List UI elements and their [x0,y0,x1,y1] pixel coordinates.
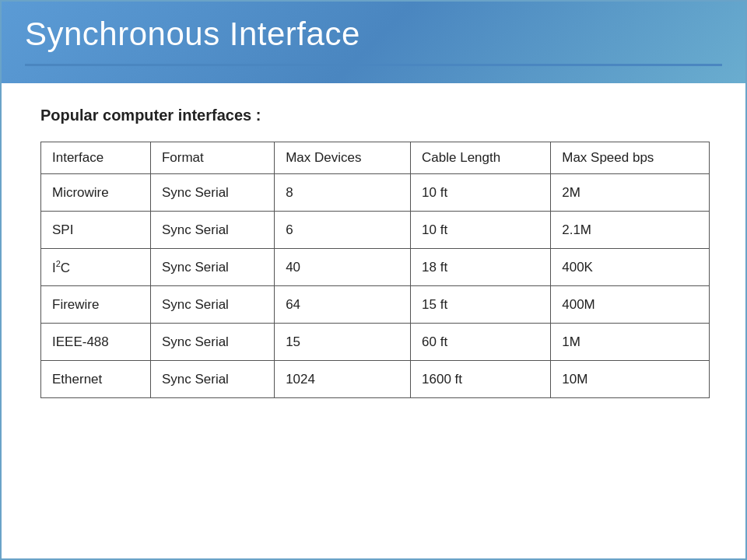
col-header-format: Format [150,142,274,174]
table-cell: 15 [275,324,411,361]
table-cell: 10 ft [411,212,551,249]
table-cell: 8 [275,174,411,212]
table-cell: 64 [275,286,411,324]
table-row: EthernetSync Serial10241600 ft10M [41,361,710,398]
slide: Synchronous Interface Popular computer i… [0,0,747,560]
table-cell: I2C [41,249,151,286]
table-cell: 1024 [275,361,411,398]
table-cell: 2M [551,174,710,212]
col-header-max-devices: Max Devices [275,142,411,174]
table-cell: 400M [551,286,710,324]
content-area: Popular computer interfaces : Interface … [2,83,745,422]
table-cell: 15 ft [411,286,551,324]
table-cell: Ethernet [41,361,151,398]
table-cell: 40 [275,249,411,286]
table-cell: Sync Serial [150,361,274,398]
table-cell: 18 ft [411,249,551,286]
table-cell: 400K [551,249,710,286]
table-header-row: Interface Format Max Devices Cable Lengt… [41,142,710,174]
header-bar: Synchronous Interface [2,2,745,83]
table-cell: 10M [551,361,710,398]
table-cell: 2.1M [551,212,710,249]
table-cell: Sync Serial [150,212,274,249]
table-cell: Sync Serial [150,174,274,212]
table-cell: Firewire [41,286,151,324]
table-cell: Sync Serial [150,286,274,324]
table-cell: 60 ft [411,324,551,361]
slide-title: Synchronous Interface [25,16,722,53]
table-row: MicrowireSync Serial810 ft2M [41,174,710,212]
table-row: FirewireSync Serial6415 ft400M [41,286,710,324]
table-cell: SPI [41,212,151,249]
col-header-cable-length: Cable Length [411,142,551,174]
table-cell: IEEE-488 [41,324,151,361]
table-cell: 1M [551,324,710,361]
col-header-interface: Interface [41,142,151,174]
subtitle: Popular computer interfaces : [40,107,707,124]
col-header-max-speed: Max Speed bps [551,142,710,174]
table-cell: 1600 ft [411,361,551,398]
table-row: IEEE-488Sync Serial1560 ft1M [41,324,710,361]
table-cell: Microwire [41,174,151,212]
table-row: SPISync Serial610 ft2.1M [41,212,710,249]
interfaces-table: Interface Format Max Devices Cable Lengt… [40,142,710,398]
table-cell: Sync Serial [150,324,274,361]
table-row: I2CSync Serial4018 ft400K [41,249,710,286]
table-cell: 10 ft [411,174,551,212]
table-cell: Sync Serial [150,249,274,286]
table-cell: 6 [275,212,411,249]
